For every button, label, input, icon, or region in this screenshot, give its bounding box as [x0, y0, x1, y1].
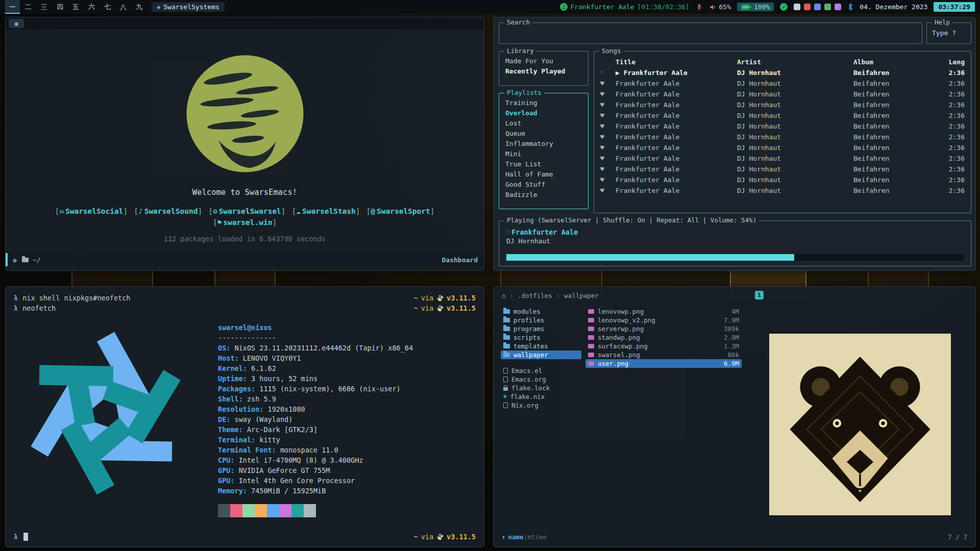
song-row[interactable]: ♥Frankfurter AaleDJ HornhautBeifahren2:3… [594, 174, 971, 185]
bar-time[interactable]: 03:37:29 [934, 2, 975, 12]
file-row[interactable]: Emacs.el [501, 366, 581, 375]
heart-outline-icon[interactable]: ♡ [506, 228, 510, 236]
playlist-item[interactable]: Inflammatory [499, 139, 588, 149]
library-item[interactable]: Made For You [499, 56, 588, 66]
song-row[interactable]: ♥Frankfurter AaleDJ HornhautBeifahren2:3… [594, 153, 971, 164]
song-row[interactable]: ♥Frankfurter AaleDJ HornhautBeifahren2:3… [594, 132, 971, 142]
tray-icon-5[interactable] [835, 4, 841, 10]
workspace-7[interactable]: 七 [100, 0, 115, 14]
file-row[interactable]: Nix.org [501, 401, 581, 410]
playlist-item[interactable]: True List [499, 159, 588, 169]
playlist-item[interactable]: Mini [499, 149, 588, 159]
workspace-6[interactable]: 六 [84, 0, 99, 14]
file-row[interactable]: modules [501, 307, 581, 316]
now-playing-label: Playing (SwarselServer | Shuffle: On | R… [504, 216, 759, 224]
tray-icon-1[interactable] [794, 4, 800, 10]
file-row[interactable]: serverwp.png389k [585, 324, 742, 333]
file-row[interactable]: profiles [501, 316, 581, 324]
gear-icon: ⚙ [213, 207, 217, 215]
progress-bar[interactable] [506, 254, 964, 261]
file-row[interactable]: wallpaper [501, 350, 581, 359]
workspace-3[interactable]: 三 [37, 0, 52, 14]
tray-icon-4[interactable] [824, 4, 831, 10]
file-row[interactable]: surfacewp.png1.3M [585, 342, 742, 350]
playlist-item[interactable]: Good Stuff [499, 180, 588, 190]
heart-filled-icon[interactable]: ♥ [600, 78, 616, 89]
terminal-cursor[interactable] [23, 533, 28, 541]
battery-module[interactable]: 100% [737, 3, 774, 11]
dashboard-button-swarselsport[interactable]: [@SwarselSport] [366, 207, 435, 215]
workspace-1[interactable]: 一 [5, 0, 20, 14]
song-row[interactable]: ♥Frankfurter AaleDJ HornhautBeifahren2:3… [594, 121, 971, 132]
bluetooth-icon[interactable] [847, 3, 853, 11]
check-icon[interactable]: ✓ [780, 3, 788, 11]
heart-filled-icon[interactable]: ♥ [600, 153, 616, 164]
heart-outline-icon[interactable]: ♡ [600, 67, 616, 78]
library-item[interactable]: Recently Played [499, 66, 588, 77]
bar-date[interactable]: 04. Dezember 2023 [860, 3, 927, 11]
dashboard-button-swarselsocial[interactable]: [✉SwarselSocial] [55, 207, 128, 215]
breadcrumb-.dotfiles[interactable]: .dotfiles [518, 292, 552, 299]
dashboard-button-swarselsound[interactable]: [♪SwarselSound] [134, 207, 202, 215]
heart-filled-icon[interactable]: ♥ [600, 142, 616, 153]
heart-filled-icon[interactable]: ♥ [600, 164, 616, 174]
file-row[interactable]: swarsel.png86k [585, 350, 742, 359]
file-row[interactable]: standwp.png2.9M [585, 333, 742, 342]
file-row[interactable]: user.png6.9M [585, 359, 742, 368]
heart-filled-icon[interactable]: ♥ [600, 121, 616, 132]
focused-window-title[interactable]: ❖ SwarselSystems [152, 2, 225, 12]
file-row[interactable]: templates [501, 342, 581, 350]
heart-filled-icon[interactable]: ♥ [600, 99, 616, 110]
playlist-item[interactable]: Overload [499, 108, 588, 118]
playlist-item[interactable]: Queue [499, 129, 588, 139]
heart-filled-icon[interactable]: ♥ [600, 132, 616, 142]
home-icon[interactable]: ⌂ [502, 292, 506, 299]
volume-module[interactable]: 65% [709, 3, 731, 11]
files-tab-indicator[interactable]: 1 [755, 291, 764, 299]
bar-now-playing-module[interactable]: ♫ Frankfurter Aale [01:38/02:36] [560, 3, 690, 11]
song-row[interactable]: ♥Frankfurter AaleDJ HornhautBeifahren2:3… [594, 110, 971, 121]
sort-alt[interactable]: |mtime [524, 533, 547, 541]
terminal-window[interactable]: λnix shell nixpkgs#neofetch ~ via v3.11.… [5, 286, 484, 547]
microphone-icon[interactable] [696, 3, 703, 11]
file-row[interactable]: ❄flake.nix [501, 392, 581, 401]
workspace-4[interactable]: 四 [53, 0, 67, 14]
tray-icon-2[interactable] [804, 4, 811, 10]
workspace-9[interactable]: 九 [132, 0, 146, 14]
heart-filled-icon[interactable]: ♥ [600, 174, 616, 185]
workspace-8[interactable]: 八 [116, 0, 131, 14]
field-value: monospace 11.0 [280, 446, 338, 454]
dashboard-button-swarselstash[interactable]: [☁SwarselStash] [292, 207, 360, 215]
song-row[interactable]: ♥Frankfurter AaleDJ HornhautBeifahren2:3… [594, 185, 971, 196]
file-row[interactable]: lenovowp_v2.png7.9M [585, 316, 742, 324]
song-row[interactable]: ♥Frankfurter AaleDJ HornhautBeifahren2:3… [594, 99, 971, 110]
search-box[interactable]: Search [499, 22, 922, 44]
song-row[interactable]: ♥Frankfurter AaleDJ HornhautBeifahren2:3… [594, 89, 971, 99]
song-row[interactable]: ♥Frankfurter AaleDJ HornhautBeifahren2:3… [594, 164, 971, 174]
playlist-item[interactable]: Lost [499, 118, 588, 129]
playlist-item[interactable]: Training [499, 98, 588, 108]
emacs-tab[interactable]: ▣ [9, 19, 24, 28]
heart-filled-icon[interactable]: ♥ [600, 185, 616, 196]
file-row[interactable]: lenovowp.png4M [585, 307, 742, 316]
sort-mode[interactable]: name [508, 533, 524, 541]
file-row[interactable]: Emacs.org [501, 375, 581, 384]
workspace-5[interactable]: 五 [68, 0, 83, 14]
song-album: Beifahren [853, 174, 938, 185]
file-row[interactable]: programs [501, 324, 581, 333]
playlist-item[interactable]: Badizzle [499, 190, 588, 200]
song-row[interactable]: ♥Frankfurter AaleDJ HornhautBeifahren2:3… [594, 142, 971, 153]
breadcrumb-wallpaper[interactable]: wallpaper [564, 292, 599, 299]
heart-filled-icon[interactable]: ♥ [600, 110, 616, 121]
file-row[interactable]: scripts [501, 333, 581, 342]
tray-icon-3[interactable] [814, 4, 821, 10]
dashboard-button-swarselswarsel[interactable]: [⚙SwarselSwarsel] [208, 207, 285, 215]
emacs-modeline: ◉ ~/ Dashboard [6, 253, 484, 266]
dashboard-button-swarsel.win[interactable]: [⚑swarsel.win] [213, 218, 277, 227]
song-row[interactable]: ♡▶ Frankfurter AaleDJ HornhautBeifahren2… [594, 67, 971, 78]
playlist-item[interactable]: Hall of Fame [499, 169, 588, 180]
file-row[interactable]: flake.lock [501, 384, 581, 392]
workspace-2[interactable]: 二 [21, 0, 36, 14]
song-row[interactable]: ♥Frankfurter AaleDJ HornhautBeifahren2:3… [594, 78, 971, 89]
heart-filled-icon[interactable]: ♥ [600, 89, 616, 99]
